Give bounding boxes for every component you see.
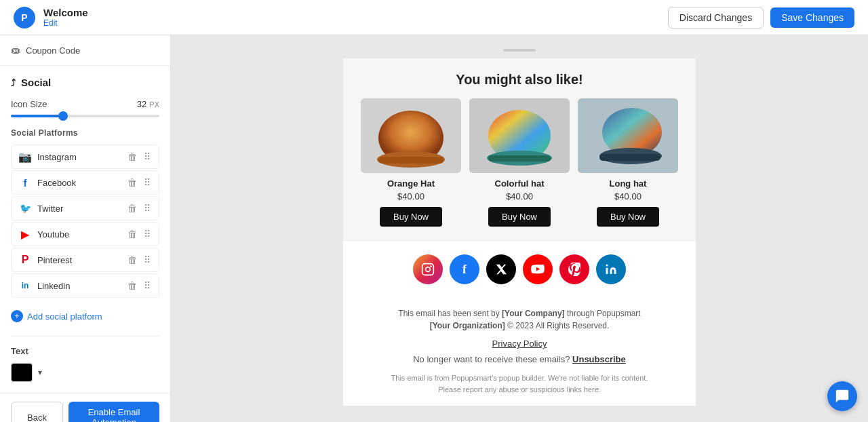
icon-size-value: 32 <box>137 99 146 109</box>
social-pinterest-icon[interactable] <box>559 254 589 284</box>
twitter-icon: 🐦 <box>18 203 32 214</box>
platform-name-linkedin: Linkedin <box>37 281 121 291</box>
product-card-colorful: Colorful hat $40.00 Buy Now <box>469 98 570 227</box>
social-facebook-icon[interactable]: f <box>450 254 479 284</box>
platform-actions-pinterest: 🗑 ⠿ <box>126 253 152 267</box>
platform-item-instagram[interactable]: 📷 Instagram 🗑 ⠿ <box>11 145 159 169</box>
buy-button-1[interactable]: Buy Now <box>488 207 551 227</box>
product-price-1: $40.00 <box>469 191 570 202</box>
buy-button-2[interactable]: Buy Now <box>597 207 659 227</box>
icon-size-value-group: 32 PX <box>137 99 159 109</box>
platform-name-twitter: Twitter <box>37 204 121 214</box>
unsubscribe-text: No longer want to receive these emails? … <box>357 354 682 364</box>
platform-actions-twitter: 🗑 ⠿ <box>126 202 152 215</box>
platform-item-twitter[interactable]: 🐦 Twitter 🗑 ⠿ <box>11 196 159 220</box>
coupon-code-item[interactable]: 🎟 Coupon Code <box>11 42 159 58</box>
drag-linkedin-button[interactable]: ⠿ <box>142 279 152 292</box>
slider-fill <box>11 115 63 117</box>
svg-point-13 <box>426 267 431 272</box>
delete-instagram-button[interactable]: 🗑 <box>126 150 138 164</box>
product-price-0: $40.00 <box>361 191 461 202</box>
slider-thumb[interactable] <box>58 111 68 121</box>
social-section: f <box>343 240 696 298</box>
product-image-colorful <box>469 98 570 173</box>
drag-twitter-button[interactable]: ⠿ <box>142 202 152 215</box>
svg-rect-11 <box>599 154 660 161</box>
drag-pinterest-button[interactable]: ⠿ <box>142 253 152 267</box>
text-section: Text ▾ <box>11 336 159 382</box>
platform-name-pinterest: Pinterest <box>37 255 121 265</box>
drag-instagram-button[interactable]: ⠿ <box>142 150 152 164</box>
buy-button-0[interactable]: Buy Now <box>380 207 442 227</box>
platform-item-facebook[interactable]: f Facebook 🗑 ⠿ <box>11 170 159 195</box>
platform-actions-facebook: 🗑 ⠿ <box>126 176 152 189</box>
delete-twitter-button[interactable]: 🗑 <box>126 202 138 215</box>
product-card-orange: Orange Hat $40.00 Buy Now <box>361 98 461 227</box>
top-divider <box>503 49 536 52</box>
section-title: You might also like! <box>357 72 682 88</box>
instagram-icon: 📷 <box>18 151 32 164</box>
svg-rect-3 <box>378 157 443 164</box>
slider-track[interactable] <box>11 115 159 117</box>
slider-row <box>11 115 159 117</box>
product-price-2: $40.00 <box>578 191 678 202</box>
platform-actions-youtube: 🗑 ⠿ <box>126 227 152 241</box>
platform-item-linkedin[interactable]: in Linkedin 🗑 ⠿ <box>11 273 159 298</box>
platform-item-pinterest[interactable]: P Pinterest 🗑 ⠿ <box>11 248 159 272</box>
content-area: You might also like! <box>171 35 868 422</box>
drag-facebook-button[interactable]: ⠿ <box>142 176 152 189</box>
topbar-left: P Welcome Edit <box>14 7 88 28</box>
enable-button[interactable]: Enable Email Automation <box>68 402 159 422</box>
delete-youtube-button[interactable]: 🗑 <box>126 227 138 241</box>
product-name-2: Long hat <box>578 178 678 189</box>
platform-name-instagram: Instagram <box>37 152 121 162</box>
add-platform-label: Add social platform <box>27 311 102 322</box>
edit-link[interactable]: Edit <box>43 18 88 28</box>
platform-name-youtube: Youtube <box>37 229 121 239</box>
social-icons-row: f <box>413 254 626 284</box>
email-footer: This email has been sent by [Your Compan… <box>343 298 696 406</box>
platform-actions-linkedin: 🗑 ⠿ <box>126 279 152 292</box>
icon-size-unit: PX <box>149 100 159 109</box>
privacy-policy-link[interactable]: Privacy Policy <box>357 339 682 349</box>
back-button[interactable]: Back <box>11 402 63 422</box>
social-twitter-icon[interactable] <box>486 254 516 284</box>
save-button[interactable]: Save Changes <box>770 7 854 28</box>
drag-youtube-button[interactable]: ⠿ <box>142 227 152 241</box>
pinterest-icon: P <box>18 254 32 266</box>
panel-header: ⤴ Social <box>11 77 159 88</box>
platforms-section-title: Social Platforms <box>11 128 159 138</box>
platform-name-facebook: Facebook <box>37 178 121 188</box>
add-platform-button[interactable]: + Add social platform <box>11 306 159 326</box>
color-swatch[interactable] <box>11 363 33 382</box>
product-name-0: Orange Hat <box>361 178 461 189</box>
social-instagram-icon[interactable] <box>413 254 443 284</box>
platform-list: 📷 Instagram 🗑 ⠿ f Facebook 🗑 ⠿ <box>11 145 159 298</box>
product-image-orange <box>361 98 461 173</box>
footer-sent-text: This email has been sent by [Your Compan… <box>357 309 682 318</box>
facebook-icon: f <box>18 177 32 189</box>
add-circle-icon: + <box>11 310 23 322</box>
icon-size-label: Icon Size <box>11 99 47 109</box>
color-dropdown-button[interactable]: ▾ <box>38 368 42 377</box>
delete-pinterest-button[interactable]: 🗑 <box>126 253 138 267</box>
delete-facebook-button[interactable]: 🗑 <box>126 176 138 189</box>
product-image-long <box>578 98 678 173</box>
youtube-icon: ▶ <box>18 228 32 241</box>
topbar-right: Discard Changes Save Changes <box>668 7 854 28</box>
delete-linkedin-button[interactable]: 🗑 <box>126 279 138 292</box>
footer-org-text: [Your Organization] © 2023 All Rights Re… <box>357 321 682 330</box>
footer-disclaimer-1: This email is from Popupsmart's popup bu… <box>357 372 682 384</box>
unsubscribe-link[interactable]: Unsubscribe <box>572 354 626 364</box>
chat-bubble[interactable] <box>827 381 857 411</box>
platform-item-youtube[interactable]: ▶ Youtube 🗑 ⠿ <box>11 222 159 246</box>
coupon-code-label: Coupon Code <box>26 45 80 56</box>
social-youtube-icon[interactable] <box>523 254 553 284</box>
platform-actions-instagram: 🗑 ⠿ <box>126 150 152 164</box>
svg-point-15 <box>606 265 608 267</box>
social-linkedin-icon[interactable] <box>596 254 626 284</box>
color-picker-row: ▾ <box>11 363 159 382</box>
svg-rect-12 <box>422 264 434 275</box>
discard-button[interactable]: Discard Changes <box>668 7 764 28</box>
linkedin-icon: in <box>18 281 32 290</box>
